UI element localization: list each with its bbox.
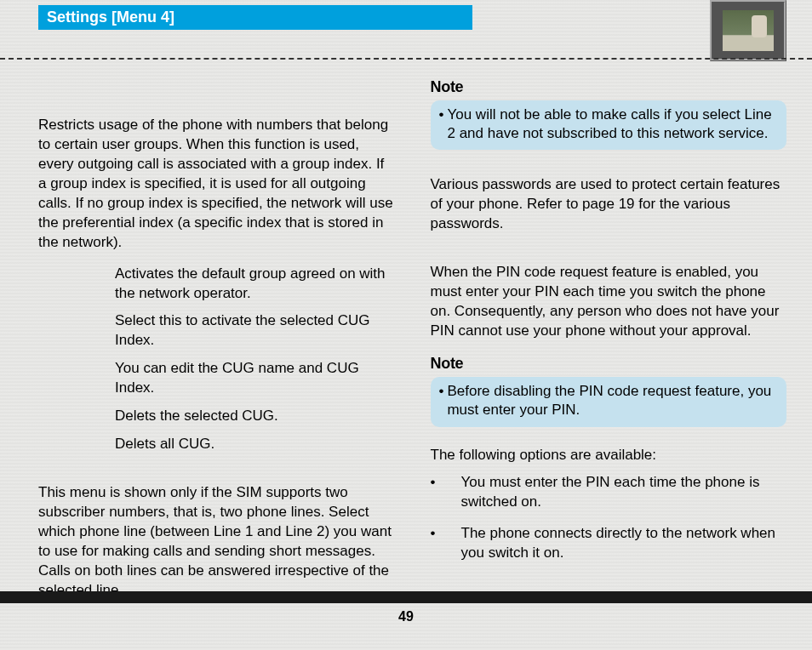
list-item: Activates the default group agreed on wi…: [115, 265, 395, 304]
section-header: Settings [Menu 4]: [38, 5, 472, 30]
body-paragraph: Various passwords are used to protect ce…: [431, 175, 787, 234]
list-item: Delets the selected CUG.: [115, 407, 395, 426]
bullet-icon: •: [439, 105, 444, 143]
list-item: You can edit the CUG name and CUG Index.: [115, 359, 395, 398]
page-number: 49: [0, 609, 812, 624]
note-text: Before disabling the PIN code request fe…: [447, 382, 778, 419]
section-title: Settings [Menu 4]: [47, 9, 174, 26]
note-box: • You will not be able to make calls if …: [431, 100, 787, 150]
option-item: • You must enter the PIN each time the p…: [431, 473, 787, 512]
left-column: Restricts usage of the phone with number…: [38, 77, 395, 582]
body-paragraph: The following options are available:: [431, 446, 787, 465]
thumbnail-image-frame: [710, 0, 786, 61]
note-text: You will not be able to make calls if yo…: [447, 105, 778, 143]
option-text: You must enter the PIN each time the pho…: [461, 473, 787, 512]
note-heading: Note: [431, 77, 787, 97]
note-heading: Note: [431, 353, 787, 373]
list-item: Select this to activate the selected CUG…: [115, 311, 395, 351]
list-item: Delets all CUG.: [115, 435, 395, 454]
option-item: • The phone connects directly to the net…: [431, 524, 787, 563]
bullet-icon: •: [431, 524, 461, 563]
bullet-icon: •: [431, 473, 461, 512]
options-list: • You must enter the PIN each time the p…: [431, 473, 787, 563]
body-paragraph: This menu is shown only if the SIM suppo…: [38, 483, 395, 601]
footer-band: [0, 591, 812, 603]
thumbnail-image: [723, 10, 774, 51]
body-paragraph: Restricts usage of the phone with number…: [38, 116, 395, 253]
right-column: Note • You will not be able to make call…: [431, 77, 787, 582]
option-text: The phone connects directly to the netwo…: [461, 524, 787, 563]
note-box: • Before disabling the PIN code request …: [431, 377, 787, 426]
page-content: Restricts usage of the phone with number…: [38, 77, 786, 582]
bullet-icon: •: [439, 382, 444, 419]
horizontal-divider: [0, 58, 812, 60]
body-paragraph: When the PIN code request feature is ena…: [431, 263, 787, 341]
